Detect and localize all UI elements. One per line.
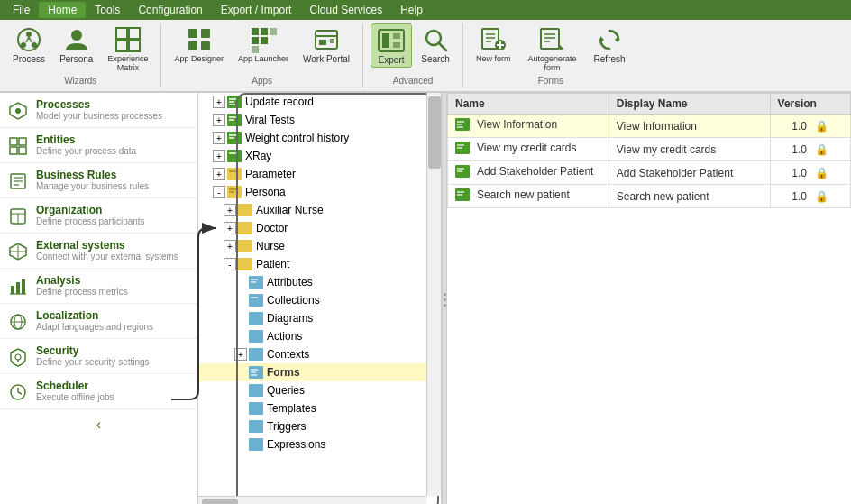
svg-rect-106 [249,384,263,397]
table-row[interactable]: Search new patient Search new patient 1.… [448,185,851,208]
advanced-group-label: Advanced [371,76,455,87]
tree-toggle-parameter[interactable]: + [213,168,225,180]
tree-item-expressions[interactable]: Expressions [198,435,441,454]
search-button[interactable]: Search [416,23,455,66]
row-3-lock-icon: 🔒 [815,190,828,203]
experience-matrix-button[interactable]: ExperienceMatrix [102,23,153,74]
menu-home[interactable]: Home [39,2,86,18]
process-button[interactable]: Process [7,23,50,66]
menu-cloud-services[interactable]: Cloud Services [300,2,391,18]
tree-item-weight-control[interactable]: + Weight control history [198,129,441,147]
table-row[interactable]: View my credit cards View my credit card… [448,138,851,161]
tree-item-doctor[interactable]: + Doctor [198,219,441,237]
tree-item-persona[interactable]: - Persona [198,183,441,201]
nav-security[interactable]: Security Define your security settings [0,339,197,374]
autogenerate-form-label: Autogenerate form [526,54,580,72]
tree-item-diagrams[interactable]: Diagrams [198,309,441,327]
tree-item-forms[interactable]: Forms [198,363,441,381]
tree-scrollbar[interactable] [426,93,441,496]
svg-rect-20 [252,46,259,53]
autogenerate-form-button[interactable]: Autogenerate form [520,23,585,74]
tree-label-auxiliar-nurse: Auxiliar Nurse [256,204,324,216]
tree-item-actions[interactable]: Actions [198,327,441,345]
tree-item-templates[interactable]: Templates [198,399,441,417]
persona-button[interactable]: Persona [54,23,98,66]
nav-localization[interactable]: Localization Adapt languages and regions [0,304,197,339]
nav-analysis[interactable]: Analysis Define process metrics [0,269,197,304]
nav-collapse-button[interactable]: ‹ [0,409,197,440]
app-launcher-button[interactable]: App Launcher [233,23,294,65]
expert-button[interactable]: Expert [371,23,412,68]
tree-label-doctor: Doctor [256,222,288,234]
ribbon: Process Persona [0,20,851,93]
tree-scrollbar-thumb[interactable] [428,96,441,169]
nav-processes[interactable]: Processes Model your business processes [0,93,197,128]
tree-hscrollbar[interactable] [198,496,426,504]
nav-entities[interactable]: Entities Define your process data [0,128,197,163]
svg-rect-109 [249,438,263,451]
parameter-icon [227,167,242,181]
row-3-icon: Search new patient [455,188,570,201]
svg-rect-50 [19,147,26,154]
tree-item-viral-tests[interactable]: + Viral Tests [198,111,441,129]
col-display-name[interactable]: Display Name [609,94,770,115]
tree-item-auxiliar-nurse[interactable]: + Auxiliar Nurse [198,201,441,219]
tree-item-update-record[interactable]: + Update record [198,93,441,111]
nurse-icon [238,239,252,253]
nav-business-rules[interactable]: Business Rules Manage your business rule… [0,163,197,198]
nav-organization[interactable]: Organization Define process participants [0,198,197,234]
svg-line-5 [29,37,32,42]
persona-tree-icon [227,185,242,199]
row-0-display: View Information [609,115,770,138]
table-row[interactable]: View Information View Information 1.0 🔒 [448,115,851,138]
tree-label-contexts: Contexts [267,348,309,361]
row-0-lock-icon: 🔒 [815,120,828,133]
tree-toggle-persona[interactable]: - [213,186,225,198]
tree-item-triggers[interactable]: Triggers [198,417,441,435]
table-row[interactable]: Add Stakeholder Patient Add Stakeholder … [448,161,851,185]
app-designer-button[interactable]: App Designer [169,23,229,65]
tree-item-collections[interactable]: Collections [198,291,441,309]
tree-toggle-weight-control[interactable]: + [213,132,225,144]
tree-hscrollbar-thumb[interactable] [202,499,238,504]
tree-toggle-auxiliar-nurse[interactable]: + [224,204,236,216]
tree-toggle-doctor[interactable]: + [224,222,236,234]
tree-item-queries[interactable]: Queries [198,381,441,399]
entities-icon [7,135,29,157]
tree-toggle-xray[interactable]: + [213,150,225,162]
tree-toggle-update-record[interactable]: + [213,96,225,108]
nav-external-systems[interactable]: External systems Connect with your exter… [0,234,197,269]
tree-label-actions: Actions [267,330,302,343]
tree-toggle-patient[interactable]: - [224,258,236,270]
external-systems-title: External systems [36,239,178,252]
menu-help[interactable]: Help [391,2,432,18]
tree-item-parameter[interactable]: + Parameter [198,165,441,183]
new-form-button[interactable]: New form [471,23,517,65]
tree-toggle-contexts[interactable]: + [234,348,247,361]
tree-item-contexts[interactable]: + Contexts [198,345,441,363]
refresh-button[interactable]: Refresh [589,23,631,66]
tree-toggle-viral-tests[interactable]: + [213,114,225,126]
menu-tools[interactable]: Tools [86,2,129,18]
svg-rect-99 [249,312,263,325]
processes-text: Processes Model your business processes [36,98,162,121]
col-name[interactable]: Name [448,94,609,115]
tree-label-nurse: Nurse [256,240,285,252]
svg-rect-39 [541,29,559,49]
menu-export-import[interactable]: Export / Import [212,2,301,18]
tree-toggle-nurse[interactable]: + [224,240,236,252]
work-portal-button[interactable]: Work Portal [297,23,355,66]
tree-item-nurse[interactable]: + Nurse [198,237,441,255]
tree-item-xray[interactable]: + XRay [198,147,441,165]
tree-item-patient[interactable]: - Patient [198,255,441,273]
nav-scheduler[interactable]: Scheduler Execute offline jobs [0,374,197,409]
row-1-icon: View my credit cards [455,142,576,154]
col-version[interactable]: Version [770,94,850,115]
resize-dot-2 [444,298,446,301]
tree-item-attributes[interactable]: Attributes [198,273,441,291]
menu-configuration[interactable]: Configuration [129,2,211,18]
svg-rect-13 [188,41,197,50]
svg-rect-11 [188,29,197,38]
menu-file[interactable]: File [4,2,39,18]
experience-matrix-icon [114,25,142,54]
